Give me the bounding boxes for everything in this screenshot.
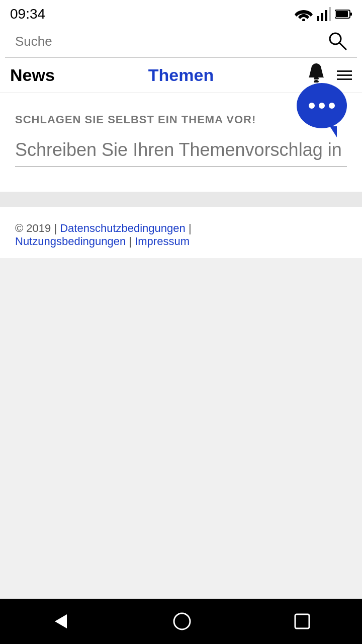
footer-separator-2: | xyxy=(129,235,132,248)
footer-copyright: © 2019 | xyxy=(15,222,57,234)
hamburger-menu-button[interactable] xyxy=(337,70,352,80)
svg-rect-6 xyxy=(350,13,352,16)
svg-rect-3 xyxy=(325,10,327,21)
nav-themen-label[interactable]: Themen xyxy=(124,65,238,85)
recent-apps-icon xyxy=(294,613,310,629)
signal-icon xyxy=(317,7,331,21)
android-nav-bar xyxy=(0,599,362,644)
footer-datenschutz-link[interactable]: Datenschutzbedingungen xyxy=(60,222,186,234)
status-bar: 09:34 xyxy=(0,0,362,26)
bell-icon xyxy=(308,63,325,83)
home-icon xyxy=(173,612,191,630)
svg-line-9 xyxy=(339,43,346,49)
menu-line-3 xyxy=(337,78,352,80)
status-time: 09:34 xyxy=(10,6,45,22)
svg-point-0 xyxy=(302,19,305,21)
proposal-subtitle: SCHLAGEN SIE SELBST EIN THEMA VOR! xyxy=(15,113,347,126)
wifi-icon xyxy=(295,7,313,21)
recent-apps-button[interactable] xyxy=(294,613,310,629)
footer-nutzung-link[interactable]: Nutzungsbedingungen xyxy=(15,235,126,248)
nav-news-label[interactable]: News xyxy=(10,65,124,85)
svg-rect-14 xyxy=(295,614,309,628)
back-button[interactable] xyxy=(52,612,70,630)
menu-line-2 xyxy=(337,74,352,76)
svg-point-13 xyxy=(174,613,190,629)
search-input[interactable] xyxy=(15,34,328,49)
menu-line-1 xyxy=(337,70,352,72)
svg-rect-7 xyxy=(336,11,348,17)
svg-marker-12 xyxy=(55,614,67,628)
footer-impressum-link[interactable]: Impressum xyxy=(135,235,190,248)
status-icons xyxy=(295,7,352,21)
svg-rect-1 xyxy=(317,16,319,21)
battery-icon xyxy=(335,9,352,19)
svg-rect-2 xyxy=(321,13,323,21)
chat-bubble-button[interactable] xyxy=(297,83,347,128)
footer: © 2019 | Datenschutzbedingungen | Nutzun… xyxy=(0,207,362,258)
home-button[interactable] xyxy=(173,612,191,630)
back-icon xyxy=(52,612,70,630)
search-icon xyxy=(328,31,347,50)
proposal-input[interactable] xyxy=(15,138,347,167)
svg-rect-4 xyxy=(329,7,331,21)
gray-divider xyxy=(0,192,362,207)
dot-1 xyxy=(309,103,315,109)
nav-icons xyxy=(238,63,352,87)
search-bar xyxy=(5,26,357,57)
content-area: SCHLAGEN SIE SELBST EIN THEMA VOR! © 201… xyxy=(0,93,362,599)
dot-2 xyxy=(319,103,325,109)
dot-3 xyxy=(329,103,335,109)
search-button[interactable] xyxy=(328,31,347,52)
proposal-card: SCHLAGEN SIE SELBST EIN THEMA VOR! xyxy=(0,93,362,192)
svg-point-11 xyxy=(314,80,319,83)
svg-rect-10 xyxy=(314,77,319,79)
chat-dots xyxy=(309,103,335,109)
footer-separator-1: | xyxy=(189,222,192,234)
